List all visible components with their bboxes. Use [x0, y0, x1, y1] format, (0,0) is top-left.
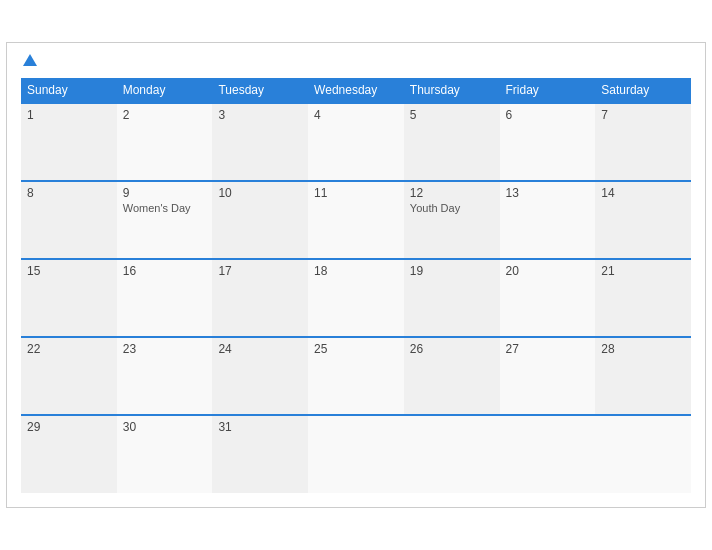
calendar-day-cell — [404, 415, 500, 493]
calendar-week-row: 293031 — [21, 415, 691, 493]
day-number: 12 — [410, 186, 494, 200]
calendar-day-cell: 8 — [21, 181, 117, 259]
day-event: Women's Day — [123, 202, 207, 214]
weekday-header-saturday: Saturday — [595, 78, 691, 103]
weekday-header-sunday: Sunday — [21, 78, 117, 103]
calendar-wrapper: SundayMondayTuesdayWednesdayThursdayFrid… — [6, 42, 706, 509]
calendar-week-row: 89Women's Day101112Youth Day1314 — [21, 181, 691, 259]
calendar-day-cell: 5 — [404, 103, 500, 181]
calendar-day-cell: 3 — [212, 103, 308, 181]
day-number: 5 — [410, 108, 494, 122]
calendar-day-cell: 22 — [21, 337, 117, 415]
calendar-day-cell: 14 — [595, 181, 691, 259]
day-number: 17 — [218, 264, 302, 278]
weekday-header-monday: Monday — [117, 78, 213, 103]
calendar-day-cell: 20 — [500, 259, 596, 337]
day-number: 9 — [123, 186, 207, 200]
day-number: 29 — [27, 420, 111, 434]
calendar-day-cell: 12Youth Day — [404, 181, 500, 259]
day-number: 27 — [506, 342, 590, 356]
day-number: 3 — [218, 108, 302, 122]
calendar-day-cell: 28 — [595, 337, 691, 415]
calendar-tbody: 123456789Women's Day101112Youth Day13141… — [21, 103, 691, 493]
calendar-day-cell: 21 — [595, 259, 691, 337]
calendar-week-row: 22232425262728 — [21, 337, 691, 415]
logo — [21, 53, 37, 71]
day-number: 10 — [218, 186, 302, 200]
logo-triangle-icon — [23, 54, 37, 66]
day-number: 21 — [601, 264, 685, 278]
calendar-day-cell: 26 — [404, 337, 500, 415]
weekday-header-friday: Friday — [500, 78, 596, 103]
logo-general — [21, 53, 37, 71]
calendar-day-cell: 30 — [117, 415, 213, 493]
day-number: 16 — [123, 264, 207, 278]
calendar-week-row: 1234567 — [21, 103, 691, 181]
day-number: 6 — [506, 108, 590, 122]
calendar-day-cell: 18 — [308, 259, 404, 337]
calendar-day-cell — [500, 415, 596, 493]
day-number: 19 — [410, 264, 494, 278]
weekday-header-row: SundayMondayTuesdayWednesdayThursdayFrid… — [21, 78, 691, 103]
day-number: 26 — [410, 342, 494, 356]
day-number: 2 — [123, 108, 207, 122]
weekday-header-wednesday: Wednesday — [308, 78, 404, 103]
day-number: 28 — [601, 342, 685, 356]
calendar-day-cell: 1 — [21, 103, 117, 181]
calendar-day-cell: 2 — [117, 103, 213, 181]
calendar-day-cell: 10 — [212, 181, 308, 259]
day-number: 13 — [506, 186, 590, 200]
calendar-day-cell: 13 — [500, 181, 596, 259]
calendar-day-cell — [595, 415, 691, 493]
day-number: 8 — [27, 186, 111, 200]
day-event: Youth Day — [410, 202, 494, 214]
calendar-day-cell: 24 — [212, 337, 308, 415]
calendar-day-cell: 9Women's Day — [117, 181, 213, 259]
calendar-grid: SundayMondayTuesdayWednesdayThursdayFrid… — [21, 78, 691, 493]
day-number: 25 — [314, 342, 398, 356]
day-number: 20 — [506, 264, 590, 278]
calendar-day-cell: 6 — [500, 103, 596, 181]
day-number: 23 — [123, 342, 207, 356]
calendar-day-cell: 23 — [117, 337, 213, 415]
day-number: 14 — [601, 186, 685, 200]
day-number: 7 — [601, 108, 685, 122]
calendar-day-cell: 15 — [21, 259, 117, 337]
calendar-day-cell: 25 — [308, 337, 404, 415]
calendar-thead: SundayMondayTuesdayWednesdayThursdayFrid… — [21, 78, 691, 103]
calendar-day-cell: 4 — [308, 103, 404, 181]
calendar-day-cell: 7 — [595, 103, 691, 181]
day-number: 11 — [314, 186, 398, 200]
day-number: 4 — [314, 108, 398, 122]
calendar-header — [21, 53, 691, 71]
calendar-day-cell: 11 — [308, 181, 404, 259]
calendar-day-cell: 27 — [500, 337, 596, 415]
day-number: 24 — [218, 342, 302, 356]
calendar-day-cell: 29 — [21, 415, 117, 493]
day-number: 30 — [123, 420, 207, 434]
calendar-day-cell — [308, 415, 404, 493]
day-number: 1 — [27, 108, 111, 122]
weekday-header-tuesday: Tuesday — [212, 78, 308, 103]
calendar-week-row: 15161718192021 — [21, 259, 691, 337]
day-number: 22 — [27, 342, 111, 356]
calendar-day-cell: 17 — [212, 259, 308, 337]
calendar-day-cell: 16 — [117, 259, 213, 337]
calendar-day-cell: 31 — [212, 415, 308, 493]
day-number: 15 — [27, 264, 111, 278]
calendar-day-cell: 19 — [404, 259, 500, 337]
weekday-header-thursday: Thursday — [404, 78, 500, 103]
day-number: 18 — [314, 264, 398, 278]
day-number: 31 — [218, 420, 302, 434]
